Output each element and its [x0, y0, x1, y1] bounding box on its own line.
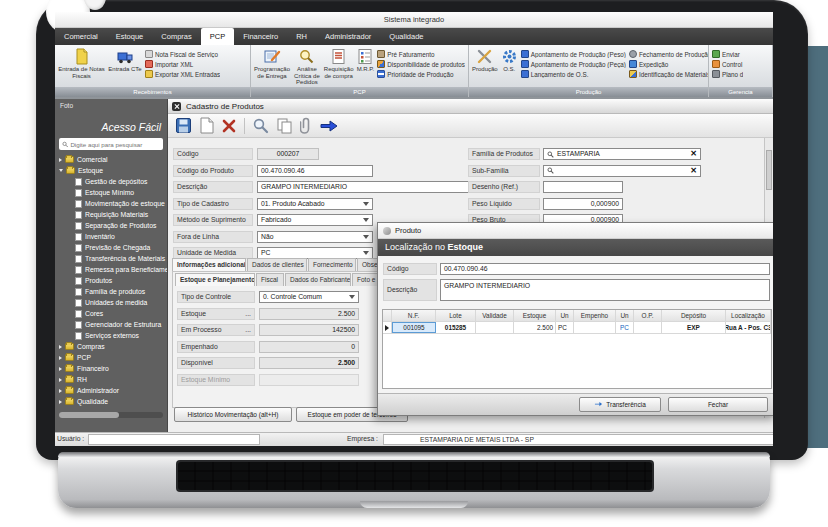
tree-item-qualidade[interactable]: Qualidade	[55, 396, 167, 407]
search-icon[interactable]	[252, 117, 269, 134]
copy-icon[interactable]	[276, 117, 293, 134]
col-un2[interactable]: Un	[616, 310, 634, 321]
tree-item-cores[interactable]: Cores	[55, 308, 167, 319]
prioridade-button[interactable]: Prioridade de Produção	[377, 70, 465, 78]
col-un[interactable]: Un	[556, 310, 574, 321]
tree-item-inventario[interactable]: Inventário	[55, 231, 167, 242]
exportar-xml-button[interactable]: Exportar XML Entradas	[145, 70, 220, 78]
tree-item-requisicao[interactable]: Requisição Materiais	[55, 209, 167, 220]
cell-un[interactable]: PC	[556, 322, 574, 333]
tree-item-familia[interactable]: Família de produtos	[55, 286, 167, 297]
programacao-entrega-button[interactable]: Programação de Entrega	[254, 47, 290, 79]
cell-op[interactable]	[634, 322, 662, 333]
plano-button[interactable]: Plano d	[712, 70, 743, 78]
col-op[interactable]: O.P.	[634, 310, 662, 321]
producao-button[interactable]: Produção	[472, 47, 498, 73]
menu-tab-comercial[interactable]: Comercial	[55, 28, 107, 45]
tab-fiscal[interactable]: Fiscal	[256, 273, 284, 286]
paperclip-icon[interactable]	[300, 117, 312, 134]
tree-item-estoque[interactable]: Estoque	[55, 165, 167, 176]
cell-estoque[interactable]: 2.500	[514, 322, 556, 333]
clear-icon[interactable]: ✕	[690, 167, 697, 175]
menu-tab-estoque[interactable]: Estoque	[107, 28, 153, 45]
tipo-controle-select[interactable]: 0. Controle Comum	[259, 291, 359, 303]
familia-input[interactable]: ESTAMPARIA ✕	[543, 148, 701, 160]
popup-codigo-input[interactable]: 00.470.090.46	[440, 263, 770, 275]
entrada-notas-fiscais-button[interactable]: Entrada de Notas Fiscais	[58, 47, 105, 79]
pre-faturamento-button[interactable]: Pré Faturamento	[377, 50, 465, 58]
identificacao-materiais-button[interactable]: Identificação de Materiais	[629, 70, 709, 78]
nota-fiscal-servico-button[interactable]: Nota Fiscal de Serviço	[145, 50, 220, 58]
tree-item-administrador[interactable]: Administrador	[55, 385, 167, 396]
tipo-cadastro-select[interactable]: 01. Produto Acabado	[257, 198, 373, 210]
ellipsis-button[interactable]: ...	[245, 325, 251, 335]
metodo-suprimento-select[interactable]: Fabricado	[257, 214, 373, 226]
historico-movimentacao-button[interactable]: Histórico Movimentação (alt+H)	[174, 407, 292, 422]
desenho-input[interactable]	[543, 181, 623, 193]
delete-icon[interactable]	[221, 118, 237, 134]
expedicao-button[interactable]: Expedição	[629, 60, 709, 68]
menu-tab-financeiro[interactable]: Financeiro	[234, 28, 287, 45]
scrollbar-thumb[interactable]	[59, 412, 119, 418]
menu-tab-administrador[interactable]: Administrador	[316, 28, 380, 45]
col-validade[interactable]: Validade	[476, 310, 514, 321]
col-lote[interactable]: Lote	[436, 310, 476, 321]
cell-deposito[interactable]: EXP	[662, 322, 726, 333]
controle-button[interactable]: Control	[712, 60, 743, 68]
tree-item-remessa[interactable]: Remessa para Beneficiamento	[55, 264, 167, 275]
codigo-produto-input[interactable]: 00.470.090.46	[257, 165, 373, 177]
tab-estoque-planejamento[interactable]: Estoque e Planejamento	[175, 273, 255, 286]
menu-tab-rh[interactable]: RH	[287, 28, 316, 45]
popup-descricao-input[interactable]: GRAMPO INTERMEDIARIO	[440, 279, 770, 301]
sidebar-search[interactable]	[59, 138, 163, 150]
search-icon[interactable]	[547, 151, 554, 158]
col-deposito[interactable]: Depósito	[662, 310, 726, 321]
cell-localizacao[interactable]: Rua A - Pos. C3	[726, 322, 771, 333]
cell-lote[interactable]: 015285	[436, 322, 476, 333]
menu-tab-pcp[interactable]: PCP	[201, 28, 234, 45]
sidebar-hscrollbar[interactable]	[59, 412, 163, 418]
new-document-icon[interactable]	[199, 117, 214, 134]
tree-item-movimentacao[interactable]: Movimentação de estoque	[55, 198, 167, 209]
os-button[interactable]: O.S.	[501, 47, 518, 73]
tree-item-comercial[interactable]: Comercial	[55, 154, 167, 165]
requisicao-compra-button[interactable]: Requisição de compra	[324, 47, 354, 79]
tree-item-compras[interactable]: Compras	[55, 341, 167, 352]
cell-un2[interactable]: PC	[616, 322, 634, 333]
transferencia-button[interactable]: Transferência	[579, 397, 661, 412]
tree-item-previsao[interactable]: Previsão de Chegada	[55, 242, 167, 253]
tree-item-estoque-minimo[interactable]: Estoque Mínimo	[55, 187, 167, 198]
tab-informacoes-adicionais[interactable]: Informações adicionais	[172, 258, 246, 271]
forward-arrow-icon[interactable]	[319, 119, 339, 133]
cell-nf[interactable]: 001095	[392, 322, 436, 333]
tree-item-separacao[interactable]: Separação de Produtos	[55, 220, 167, 231]
tree-item-transferencia[interactable]: Transferência de Materiais	[55, 253, 167, 264]
sub-familia-input[interactable]: ✕	[543, 165, 701, 177]
cell-validade[interactable]	[476, 322, 514, 333]
search-input[interactable]	[70, 141, 160, 148]
cell-empenho[interactable]	[574, 322, 616, 333]
tree-item-gestao-depositos[interactable]: Gestão de depósitos	[55, 176, 167, 187]
col-localizacao[interactable]: Localização	[726, 310, 771, 321]
lancamento-os-button[interactable]: Lançamento de O.S.	[521, 70, 626, 78]
ellipsis-button[interactable]: ...	[245, 309, 251, 319]
tab-dados-fabricante[interactable]: Dados do Fabricante	[285, 273, 351, 286]
importar-xml-button[interactable]: Importar XML	[145, 60, 220, 68]
disponibilidade-button[interactable]: Disponibilidade de produtos	[377, 60, 465, 68]
descricao-input[interactable]: GRAMPO INTERMEDIARIO	[257, 181, 483, 193]
menu-tab-compras[interactable]: Compras	[152, 28, 200, 45]
col-empenho[interactable]: Empenho	[574, 310, 616, 321]
tree-item-rh[interactable]: RH	[55, 374, 167, 385]
clear-icon[interactable]: ✕	[690, 150, 697, 158]
tree-item-produtos[interactable]: Produtos	[55, 275, 167, 286]
fechar-button[interactable]: Fechar	[668, 397, 768, 412]
tab-dados-clientes[interactable]: Dados de clientes	[247, 258, 307, 271]
tree-item-servicos[interactable]: Serviços externos	[55, 330, 167, 341]
tree-item-financeiro[interactable]: Financeiro	[55, 363, 167, 374]
enviar-button[interactable]: Enviar	[712, 50, 743, 58]
search-icon[interactable]	[547, 167, 554, 174]
apontamento-peso-button[interactable]: Apontamento de Produção (Peso)	[521, 50, 626, 58]
mrp-button[interactable]: M.R.P.	[357, 47, 375, 73]
fechamento-producao-button[interactable]: Fechamento de Produção	[629, 50, 709, 58]
close-icon[interactable]	[172, 102, 181, 111]
